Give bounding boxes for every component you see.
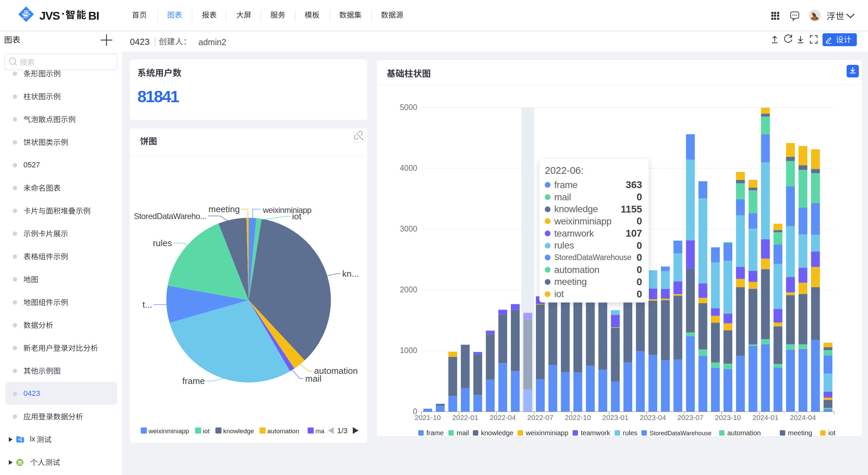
svg-text:teamwork: teamwork (581, 429, 611, 437)
svg-text:iot: iot (203, 427, 210, 435)
svg-text:t...: t... (142, 299, 152, 310)
svg-text:meeting: meeting (788, 429, 812, 437)
svg-text:weixinminiapp: weixinminiapp (525, 429, 568, 437)
svg-text:kn...: kn... (342, 269, 359, 279)
svg-text:weixinminiapp: weixinminiapp (263, 205, 311, 215)
svg-text:1000: 1000 (400, 346, 417, 355)
svg-text:automation: automation (267, 427, 299, 435)
svg-text:rules: rules (623, 429, 637, 437)
svg-text:2023-10: 2023-10 (715, 414, 741, 421)
svg-text:knowledge: knowledge (481, 429, 514, 437)
svg-text:knowledge: knowledge (223, 427, 254, 435)
svg-text:ma: ma (315, 427, 325, 435)
svg-text:frame: frame (182, 376, 205, 386)
svg-text:mail: mail (305, 373, 322, 384)
svg-text:5000: 5000 (400, 103, 417, 112)
svg-text:rules: rules (153, 238, 172, 248)
svg-text:2024-04: 2024-04 (790, 414, 816, 421)
svg-text:2024-01: 2024-01 (752, 414, 778, 421)
svg-text:2022-04: 2022-04 (490, 414, 516, 421)
svg-text:StoredDataWareho...: StoredDataWareho... (134, 212, 206, 221)
svg-text:weixinminiapp: weixinminiapp (148, 427, 189, 435)
svg-text:2023-01: 2023-01 (602, 414, 629, 421)
svg-text:2022-10: 2022-10 (565, 414, 591, 421)
svg-text:2023-07: 2023-07 (677, 414, 703, 421)
svg-text:4000: 4000 (400, 164, 417, 172)
svg-text:2000: 2000 (400, 285, 417, 294)
svg-text:iot: iot (828, 429, 836, 437)
svg-text:2023-04: 2023-04 (640, 414, 666, 421)
svg-text:2022-01: 2022-01 (452, 414, 478, 421)
svg-text:2022-07: 2022-07 (527, 414, 553, 421)
svg-text:meeting: meeting (209, 204, 240, 214)
svg-text:3000: 3000 (400, 224, 417, 233)
svg-text:frame: frame (426, 429, 444, 437)
svg-text:automation: automation (727, 429, 761, 437)
svg-text:mail: mail (457, 429, 469, 437)
svg-text:StoredDataWarehouse: StoredDataWarehouse (650, 430, 711, 437)
svg-text:2021-10: 2021-10 (414, 414, 441, 421)
svg-text:iot: iot (292, 211, 302, 221)
svg-text:1/3: 1/3 (337, 426, 348, 435)
